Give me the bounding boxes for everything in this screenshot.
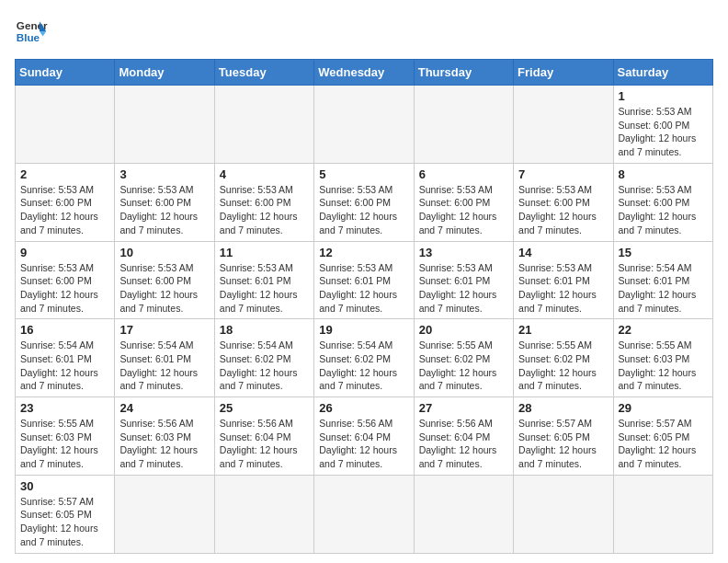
- calendar-week-row: 2Sunrise: 5:53 AM Sunset: 6:00 PM Daylig…: [16, 163, 713, 241]
- day-number: 29: [619, 401, 708, 415]
- calendar-day-cell: [414, 86, 513, 164]
- day-number: 20: [419, 323, 508, 337]
- day-number: 5: [319, 167, 408, 181]
- day-number: 27: [419, 401, 508, 415]
- calendar-day-cell: 6Sunrise: 5:53 AM Sunset: 6:00 PM Daylig…: [414, 163, 513, 241]
- calendar-day-cell: [214, 475, 313, 553]
- day-number: 4: [220, 167, 309, 181]
- day-number: 11: [220, 246, 309, 259]
- day-info: Sunrise: 5:53 AM Sunset: 6:00 PM Dayligh…: [119, 261, 209, 316]
- weekday-header-tuesday: Tuesday: [214, 60, 313, 86]
- calendar-day-cell: 7Sunrise: 5:53 AM Sunset: 6:00 PM Daylig…: [514, 163, 613, 241]
- calendar-day-cell: 21Sunrise: 5:55 AM Sunset: 6:02 PM Dayli…: [514, 319, 613, 397]
- day-number: 15: [619, 246, 708, 259]
- day-number: 2: [20, 167, 109, 181]
- day-number: 22: [619, 323, 708, 337]
- day-number: 28: [518, 401, 608, 415]
- day-number: 8: [619, 167, 708, 181]
- calendar-table: SundayMondayTuesdayWednesdayThursdayFrid…: [15, 59, 713, 554]
- day-info: Sunrise: 5:53 AM Sunset: 6:00 PM Dayligh…: [220, 183, 309, 237]
- calendar-day-cell: 18Sunrise: 5:54 AM Sunset: 6:02 PM Dayli…: [214, 319, 313, 397]
- day-info: Sunrise: 5:53 AM Sunset: 6:00 PM Dayligh…: [518, 183, 608, 237]
- day-info: Sunrise: 5:53 AM Sunset: 6:01 PM Dayligh…: [518, 261, 608, 316]
- calendar-body: 1Sunrise: 5:53 AM Sunset: 6:00 PM Daylig…: [16, 86, 713, 554]
- calendar-week-row: 1Sunrise: 5:53 AM Sunset: 6:00 PM Daylig…: [16, 86, 713, 164]
- calendar-week-row: 16Sunrise: 5:54 AM Sunset: 6:01 PM Dayli…: [16, 319, 713, 397]
- calendar-day-cell: [514, 86, 613, 164]
- weekday-header-thursday: Thursday: [414, 60, 513, 86]
- calendar-day-cell: 29Sunrise: 5:57 AM Sunset: 6:05 PM Dayli…: [613, 397, 712, 476]
- calendar-week-row: 23Sunrise: 5:55 AM Sunset: 6:03 PM Dayli…: [16, 397, 713, 476]
- day-info: Sunrise: 5:54 AM Sunset: 6:01 PM Dayligh…: [20, 339, 109, 393]
- day-number: 7: [518, 167, 608, 181]
- day-number: 26: [319, 401, 408, 415]
- day-info: Sunrise: 5:54 AM Sunset: 6:02 PM Dayligh…: [319, 339, 408, 393]
- calendar-day-cell: [314, 86, 414, 164]
- day-number: 19: [319, 323, 408, 337]
- calendar-day-cell: 19Sunrise: 5:54 AM Sunset: 6:02 PM Dayli…: [314, 319, 414, 397]
- calendar-day-cell: 12Sunrise: 5:53 AM Sunset: 6:01 PM Dayli…: [314, 241, 414, 319]
- day-number: 23: [20, 401, 109, 415]
- day-number: 30: [20, 479, 109, 493]
- day-info: Sunrise: 5:54 AM Sunset: 6:01 PM Dayligh…: [119, 339, 209, 393]
- weekday-header-saturday: Saturday: [613, 60, 712, 86]
- calendar-week-row: 30Sunrise: 5:57 AM Sunset: 6:05 PM Dayli…: [16, 475, 713, 553]
- day-info: Sunrise: 5:56 AM Sunset: 6:04 PM Dayligh…: [319, 417, 408, 471]
- day-info: Sunrise: 5:55 AM Sunset: 6:02 PM Dayligh…: [518, 339, 608, 393]
- calendar-day-cell: 14Sunrise: 5:53 AM Sunset: 6:01 PM Dayli…: [514, 241, 613, 319]
- day-info: Sunrise: 5:53 AM Sunset: 6:00 PM Dayligh…: [20, 261, 109, 316]
- logo-icon: General Blue: [15, 15, 48, 48]
- day-number: 1: [619, 89, 708, 103]
- day-number: 18: [220, 323, 309, 337]
- calendar-day-cell: [314, 475, 414, 553]
- calendar-day-cell: [214, 86, 313, 164]
- day-number: 3: [119, 167, 209, 181]
- day-info: Sunrise: 5:57 AM Sunset: 6:05 PM Dayligh…: [619, 417, 708, 471]
- day-number: 9: [20, 246, 109, 259]
- calendar-day-cell: 2Sunrise: 5:53 AM Sunset: 6:00 PM Daylig…: [16, 163, 115, 241]
- calendar-day-cell: 3Sunrise: 5:53 AM Sunset: 6:00 PM Daylig…: [115, 163, 214, 241]
- weekday-header-friday: Friday: [514, 60, 613, 86]
- day-info: Sunrise: 5:53 AM Sunset: 6:01 PM Dayligh…: [319, 261, 408, 316]
- day-info: Sunrise: 5:55 AM Sunset: 6:03 PM Dayligh…: [619, 339, 708, 393]
- calendar-day-cell: 4Sunrise: 5:53 AM Sunset: 6:00 PM Daylig…: [214, 163, 313, 241]
- svg-text:Blue: Blue: [17, 31, 40, 43]
- calendar-day-cell: 15Sunrise: 5:54 AM Sunset: 6:01 PM Dayli…: [613, 241, 712, 319]
- day-info: Sunrise: 5:57 AM Sunset: 6:05 PM Dayligh…: [20, 495, 109, 549]
- calendar-day-cell: 16Sunrise: 5:54 AM Sunset: 6:01 PM Dayli…: [16, 319, 115, 397]
- calendar-day-cell: 17Sunrise: 5:54 AM Sunset: 6:01 PM Dayli…: [115, 319, 214, 397]
- calendar-header-row: SundayMondayTuesdayWednesdayThursdayFrid…: [16, 60, 713, 86]
- calendar-day-cell: [514, 475, 613, 553]
- calendar-day-cell: 20Sunrise: 5:55 AM Sunset: 6:02 PM Dayli…: [414, 319, 513, 397]
- weekday-header-monday: Monday: [115, 60, 214, 86]
- day-info: Sunrise: 5:54 AM Sunset: 6:01 PM Dayligh…: [619, 261, 708, 316]
- day-number: 16: [20, 323, 109, 337]
- day-info: Sunrise: 5:56 AM Sunset: 6:04 PM Dayligh…: [419, 417, 508, 471]
- calendar-day-cell: 26Sunrise: 5:56 AM Sunset: 6:04 PM Dayli…: [314, 397, 414, 476]
- weekday-header-wednesday: Wednesday: [314, 60, 414, 86]
- day-info: Sunrise: 5:56 AM Sunset: 6:04 PM Dayligh…: [220, 417, 309, 471]
- day-info: Sunrise: 5:53 AM Sunset: 6:00 PM Dayligh…: [619, 183, 708, 237]
- calendar-day-cell: [414, 475, 513, 553]
- day-info: Sunrise: 5:53 AM Sunset: 6:00 PM Dayligh…: [20, 183, 109, 237]
- day-info: Sunrise: 5:54 AM Sunset: 6:02 PM Dayligh…: [220, 339, 309, 393]
- day-number: 6: [419, 167, 508, 181]
- day-info: Sunrise: 5:53 AM Sunset: 6:00 PM Dayligh…: [119, 183, 209, 237]
- day-number: 21: [518, 323, 608, 337]
- calendar-day-cell: 27Sunrise: 5:56 AM Sunset: 6:04 PM Dayli…: [414, 397, 513, 476]
- svg-marker-3: [40, 31, 46, 36]
- calendar-day-cell: 13Sunrise: 5:53 AM Sunset: 6:01 PM Dayli…: [414, 241, 513, 319]
- calendar-day-cell: 10Sunrise: 5:53 AM Sunset: 6:00 PM Dayli…: [115, 241, 214, 319]
- calendar-day-cell: 25Sunrise: 5:56 AM Sunset: 6:04 PM Dayli…: [214, 397, 313, 476]
- weekday-header-sunday: Sunday: [16, 60, 115, 86]
- calendar-day-cell: 11Sunrise: 5:53 AM Sunset: 6:01 PM Dayli…: [214, 241, 313, 319]
- day-info: Sunrise: 5:53 AM Sunset: 6:01 PM Dayligh…: [419, 261, 508, 316]
- day-number: 13: [419, 246, 508, 259]
- calendar-week-row: 9Sunrise: 5:53 AM Sunset: 6:00 PM Daylig…: [16, 241, 713, 319]
- day-info: Sunrise: 5:57 AM Sunset: 6:05 PM Dayligh…: [518, 417, 608, 471]
- calendar-day-cell: 9Sunrise: 5:53 AM Sunset: 6:00 PM Daylig…: [16, 241, 115, 319]
- calendar-day-cell: 24Sunrise: 5:56 AM Sunset: 6:03 PM Dayli…: [115, 397, 214, 476]
- calendar-day-cell: [115, 475, 214, 553]
- calendar-day-cell: 28Sunrise: 5:57 AM Sunset: 6:05 PM Dayli…: [514, 397, 613, 476]
- day-info: Sunrise: 5:55 AM Sunset: 6:02 PM Dayligh…: [419, 339, 508, 393]
